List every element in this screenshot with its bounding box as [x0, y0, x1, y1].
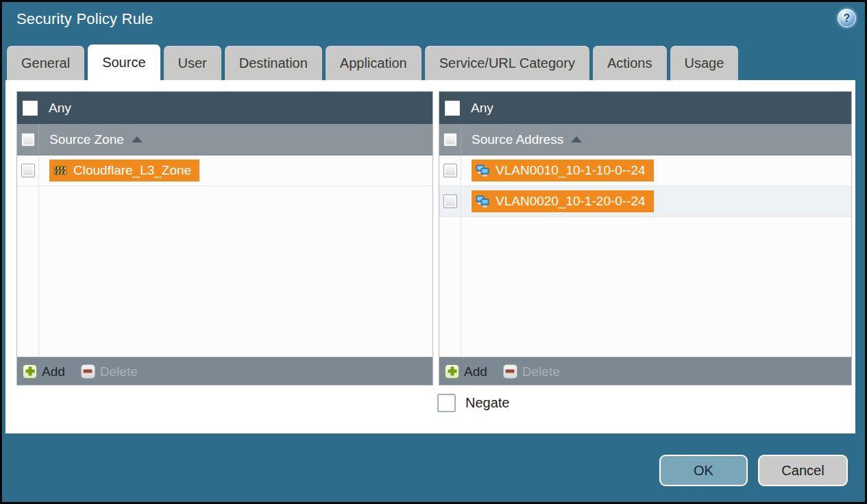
address-name: VLAN0010_10-1-10-0--24	[496, 163, 646, 178]
source-address-toolbar: Add Delete	[439, 357, 851, 385]
zone-chip[interactable]: Cloudflare_L3_Zone	[49, 160, 199, 181]
source-address-list: VLAN0010_10-1-10-0--24	[439, 155, 851, 357]
source-zone-any-row: Any	[17, 92, 432, 124]
add-button[interactable]: Add	[23, 364, 65, 379]
source-tab-content: Any Source Zone	[5, 80, 855, 433]
tab-source[interactable]: Source	[88, 45, 160, 80]
source-zone-any-checkbox[interactable]	[23, 101, 38, 116]
dialog-title: Security Policy Rule	[16, 10, 154, 28]
table-row[interactable]: Cloudflare_L3_Zone	[17, 155, 432, 186]
zone-icon	[53, 165, 67, 176]
source-zone-column-title: Source Zone	[49, 132, 124, 147]
add-icon	[23, 364, 37, 379]
security-policy-rule-dialog: Security Policy Rule ? General Source Us…	[0, 0, 867, 504]
source-address-panel: Any Source Address	[439, 91, 852, 386]
tab-application[interactable]: Application	[326, 46, 422, 80]
address-name: VLAN0020_10-1-20-0--24	[496, 194, 646, 209]
source-zone-any-label: Any	[49, 101, 71, 116]
row-checkbox[interactable]	[443, 194, 457, 208]
source-zone-select-all-checkbox[interactable]	[21, 133, 35, 147]
source-address-select-all-checkbox[interactable]	[443, 133, 457, 147]
address-chip[interactable]: VLAN0020_10-1-20-0--24	[472, 190, 654, 212]
address-icon	[476, 195, 489, 207]
tab-destination[interactable]: Destination	[225, 46, 322, 80]
tab-service-url-category[interactable]: Service/URL Category	[425, 46, 589, 80]
delete-button[interactable]: Delete	[81, 364, 138, 379]
source-address-any-checkbox[interactable]	[445, 101, 460, 116]
source-address-any-label: Any	[471, 101, 493, 116]
source-zone-column-header[interactable]: Source Zone	[17, 124, 432, 155]
address-chip[interactable]: VLAN0010_10-1-10-0--24	[472, 160, 654, 181]
checkbox-column-divider	[461, 155, 461, 357]
add-button[interactable]: Add	[445, 364, 487, 379]
sort-asc-icon	[571, 136, 582, 142]
add-icon	[445, 364, 459, 379]
row-checkbox[interactable]	[21, 164, 35, 177]
delete-button[interactable]: Delete	[503, 364, 560, 379]
table-row[interactable]: VLAN0010_10-1-10-0--24	[439, 155, 851, 186]
negate-row: Negate	[437, 394, 510, 412]
source-address-any-row: Any	[439, 92, 851, 124]
tab-actions[interactable]: Actions	[593, 46, 667, 80]
source-zone-panel: Any Source Zone	[16, 91, 433, 386]
tab-user[interactable]: User	[164, 46, 221, 80]
source-address-column-title: Source Address	[472, 132, 563, 147]
address-icon	[476, 164, 489, 177]
sort-asc-icon	[132, 136, 143, 142]
zone-name: Cloudflare_L3_Zone	[73, 163, 191, 178]
tab-usage[interactable]: Usage	[670, 46, 739, 80]
source-zone-toolbar: Add Delete	[17, 357, 432, 385]
delete-icon	[503, 364, 517, 379]
source-zone-list: Cloudflare_L3_Zone	[17, 155, 432, 357]
tab-bar: General Source User Destination Applicat…	[7, 45, 860, 80]
row-checkbox[interactable]	[443, 164, 457, 177]
ok-button[interactable]: OK	[659, 455, 748, 486]
help-glyph: ?	[844, 12, 851, 25]
negate-checkbox[interactable]	[437, 394, 456, 412]
delete-icon	[81, 364, 95, 379]
source-address-column-header[interactable]: Source Address	[439, 124, 851, 155]
table-row[interactable]: VLAN0020_10-1-20-0--24	[439, 186, 851, 217]
help-icon[interactable]: ?	[838, 9, 856, 27]
checkbox-column-divider	[38, 155, 39, 357]
cancel-button[interactable]: Cancel	[758, 455, 848, 486]
negate-label: Negate	[465, 395, 510, 411]
tab-general[interactable]: General	[7, 46, 84, 80]
